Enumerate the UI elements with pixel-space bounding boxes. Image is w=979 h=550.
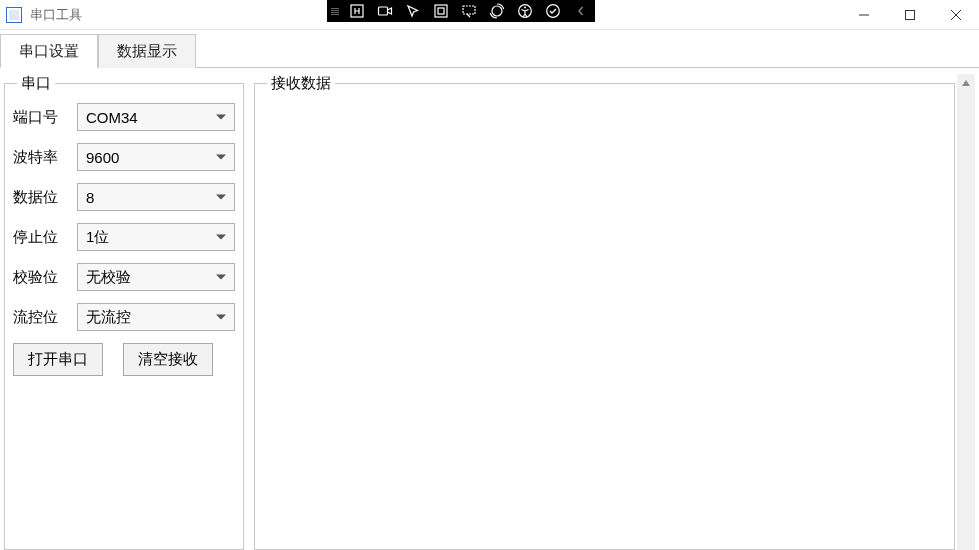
svg-point-7 [524,7,526,9]
serial-settings-legend: 串口 [17,74,55,93]
stopbits-select[interactable]: 1位 [77,223,235,251]
databits-select[interactable]: 8 [77,183,235,211]
drag-handle-icon[interactable] [331,8,339,15]
flow-select[interactable]: 无流控 [77,303,235,331]
dev-toolbar [327,0,595,22]
recv-textbox[interactable] [263,105,946,541]
stopbits-label: 停止位 [13,228,67,247]
svg-rect-9 [906,11,915,20]
port-select[interactable]: COM34 [77,103,235,131]
app-icon [6,7,22,23]
open-port-button[interactable]: 打开串口 [13,343,103,376]
selector-icon[interactable] [403,1,423,21]
tab-data-display[interactable]: 数据显示 [98,34,196,68]
parity-label: 校验位 [13,268,67,287]
recv-data-group: 接收数据 [254,74,955,550]
baud-label: 波特率 [13,148,67,167]
svg-rect-2 [435,5,447,17]
video-icon[interactable] [375,1,395,21]
window-title: 串口工具 [30,6,82,24]
svg-rect-3 [438,8,444,14]
svg-point-5 [492,6,502,16]
minimize-button[interactable] [841,0,887,30]
xaml-hot-reload-icon[interactable] [487,1,507,21]
maximize-button[interactable] [887,0,933,30]
tab-serial-settings[interactable]: 串口设置 [0,34,98,68]
live-tree-icon[interactable] [347,1,367,21]
scroll-up-icon[interactable] [957,74,975,92]
parity-select[interactable]: 无校验 [77,263,235,291]
tab-strip: 串口设置 数据显示 [0,34,979,68]
flow-label: 流控位 [13,308,67,327]
databits-label: 数据位 [13,188,67,207]
svg-point-8 [547,5,560,18]
recv-data-legend: 接收数据 [267,74,335,93]
titlebar: 串口工具 [0,0,979,30]
check-circle-icon[interactable] [543,1,563,21]
vertical-scrollbar[interactable] [957,74,975,550]
layout-icon[interactable] [431,1,451,21]
svg-rect-1 [379,7,388,15]
clear-recv-button[interactable]: 清空接收 [123,343,213,376]
baud-select[interactable]: 9600 [77,143,235,171]
close-button[interactable] [933,0,979,30]
port-label: 端口号 [13,108,67,127]
content-area: 串口 端口号 COM34 波特率 9600 数据位 8 停止位 1位 校验位 无… [0,68,979,550]
svg-rect-4 [463,6,475,14]
accessibility-icon[interactable] [515,1,535,21]
serial-settings-group: 串口 端口号 COM34 波特率 9600 数据位 8 停止位 1位 校验位 无… [4,74,244,550]
window-controls [841,0,979,30]
chevron-left-icon[interactable] [571,1,591,21]
track-focus-icon[interactable] [459,1,479,21]
